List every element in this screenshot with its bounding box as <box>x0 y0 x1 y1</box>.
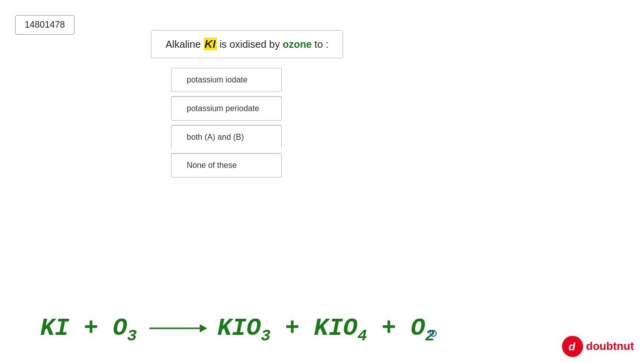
option-c-label: both (A) and (B) <box>187 133 244 141</box>
eq-plus2: + <box>367 315 411 342</box>
svg-text:d: d <box>569 340 576 353</box>
eq-reactant: KI + O3 <box>40 315 137 342</box>
eq-reactant-sub: 3 <box>127 327 137 345</box>
eq-plus1: + <box>271 315 314 342</box>
option-b-label: potassium periodate <box>187 104 259 113</box>
arrow-svg <box>147 318 207 338</box>
option-c[interactable]: both (A) and (B) <box>171 125 282 149</box>
ozone-term: ozone <box>283 39 312 50</box>
option-a[interactable]: potassium iodate <box>171 68 282 92</box>
eq-product1: KIO3 <box>217 315 271 342</box>
question-prefix: Alkaline <box>166 39 204 50</box>
eq-product2: KIO4 <box>314 315 367 342</box>
option-d[interactable]: None of these <box>171 153 282 177</box>
option-d-label: None of these <box>187 161 237 169</box>
ki-term: KI <box>204 38 217 50</box>
eq-product3: O2 <box>411 315 435 342</box>
equation-area: KI + O3 KIO3 + KIO4 + O2 <box>40 315 614 342</box>
svg-marker-1 <box>200 324 207 332</box>
question-id-box: 14801478 <box>15 15 74 35</box>
option-a-label: potassium iodate <box>187 75 248 84</box>
doubtnut-logo: d doubtnut <box>562 336 634 357</box>
eq-product2-sub: 4 <box>358 327 367 345</box>
question-suffix: to : <box>312 39 329 50</box>
doubtnut-icon: d <box>562 336 583 357</box>
question-middle: is oxidised by <box>217 39 283 50</box>
doubtnut-icon-svg: d <box>564 337 582 355</box>
cursor-indicator <box>430 330 437 337</box>
question-box: Alkaline KI is oxidised by ozone to : <box>151 30 343 58</box>
option-b[interactable]: potassium periodate <box>171 97 282 121</box>
doubtnut-text-label: doubtnut <box>586 340 634 353</box>
eq-arrow <box>147 318 207 338</box>
eq-product1-sub: 3 <box>261 327 270 345</box>
options-area: potassium iodate potassium periodate bot… <box>171 68 282 182</box>
